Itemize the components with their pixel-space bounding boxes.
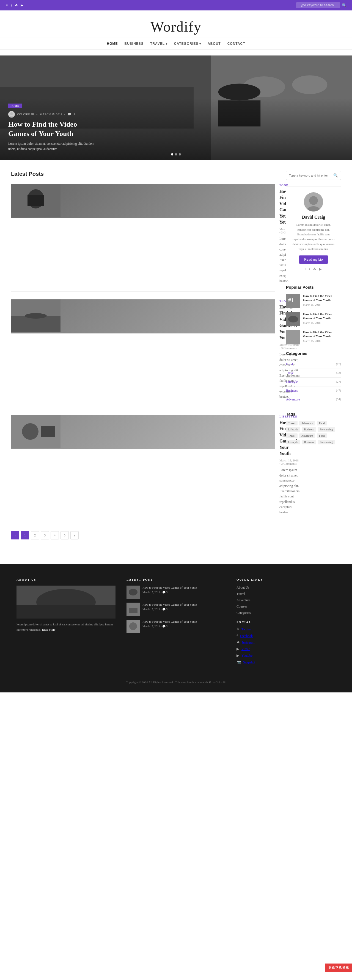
footer-social-twitter: 𝕏 Twitter <box>237 627 336 632</box>
tag-lifestyle[interactable]: Lifestyle <box>286 427 300 432</box>
category-business-link[interactable]: Business <box>286 389 298 393</box>
author-name: David Craig <box>292 215 335 220</box>
category-food-link[interactable]: Food <box>286 362 293 366</box>
pagination-page-2[interactable]: 2 <box>31 531 39 539</box>
tag-lifestyle-2[interactable]: Lifestyle <box>286 440 300 444</box>
footer-about-image <box>16 585 115 619</box>
popular-post-thumb-0[interactable]: #1 <box>286 294 300 308</box>
footer-twitter-link[interactable]: Twitter <box>242 627 251 632</box>
svg-text:#1: #1 <box>288 297 294 303</box>
svg-rect-17 <box>41 426 55 437</box>
footer-read-more-link[interactable]: Read More <box>42 628 56 631</box>
twitter-link[interactable]: 𝕏 <box>5 3 8 7</box>
tag-adventure-2[interactable]: Adventure <box>299 433 315 438</box>
svg-point-16 <box>22 423 38 440</box>
footer-post-0: How to Find the Video Games of Your Yout… <box>126 585 226 599</box>
post-card-image-1[interactable] <box>11 299 275 333</box>
popular-post-date-2: March 15, 2018 <box>303 339 341 342</box>
footer-latest-title: LATEST POST <box>126 578 226 581</box>
tag-freelancing[interactable]: Freelancing <box>318 427 335 432</box>
author-bio: Lorem ipsum dolor sit amet, consectetur … <box>292 223 335 251</box>
popular-post-date-1: March 15, 2018 <box>303 321 341 325</box>
popular-post-title-0[interactable]: How to Find the Video Games of Your Yout… <box>303 294 341 302</box>
footer-link-about[interactable]: About Us <box>237 585 336 590</box>
nav-home[interactable]: HOME <box>107 42 118 46</box>
footer-snapshot-link[interactable]: Snapshot <box>243 660 255 664</box>
footer-instagram-link[interactable]: Instagram <box>242 641 255 644</box>
sidebar-search-input[interactable] <box>286 172 331 179</box>
category-adventure-link[interactable]: Adventure <box>286 398 300 402</box>
pagination-page-1[interactable]: 1 <box>21 531 29 539</box>
category-travel-link[interactable]: Travel <box>286 371 294 375</box>
hero-category: FOOD <box>8 103 22 108</box>
nav-business[interactable]: BUSINESS <box>125 42 144 46</box>
tag-travel[interactable]: Travel <box>286 421 298 425</box>
nav-categories[interactable]: CATEGORIES <box>174 42 201 46</box>
pagination-page-5[interactable]: 5 <box>61 531 69 539</box>
top-search-input[interactable] <box>296 2 340 8</box>
instagram-link[interactable]: ☘ <box>15 3 18 7</box>
footer-link-adventure[interactable]: Adventure <box>237 598 336 602</box>
tag-food[interactable]: Food <box>317 421 327 425</box>
tag-freelancing-2[interactable]: Freelancing <box>318 440 335 444</box>
footer-post-title-2[interactable]: How to Find the Video Games of Your Yout… <box>142 620 226 624</box>
post-card-image-0[interactable] <box>11 184 275 218</box>
nav-travel[interactable]: TRAVEL <box>150 42 168 46</box>
popular-post-title-1[interactable]: How to Find the Video Games of Your Yout… <box>303 312 341 321</box>
pagination-page-4[interactable]: 4 <box>51 531 59 539</box>
pagination-prev[interactable]: ‹ <box>11 531 19 539</box>
tag-food-2[interactable]: Food <box>317 433 327 438</box>
category-lifestyle: Lifestyle (27) <box>286 378 341 387</box>
footer: ABOUT US lorem ipsum dolor sit amet sa k… <box>0 564 352 692</box>
tag-adventure[interactable]: Adventure <box>299 421 315 425</box>
twitter-icon: 𝕏 <box>237 627 239 632</box>
footer-link-travel[interactable]: Travel <box>237 592 336 596</box>
popular-post-thumb-2[interactable] <box>286 330 300 344</box>
popular-post-title-2[interactable]: How to Find the Video Games of Your Yout… <box>303 330 341 339</box>
pagination-next[interactable]: › <box>70 531 78 539</box>
instagram-icon: ☘ <box>237 640 240 644</box>
popular-post-info-0: How to Find the Video Games of Your Yout… <box>303 294 341 307</box>
footer-post-thumb-1[interactable] <box>126 603 140 616</box>
footer-post-thumb-2[interactable] <box>126 620 140 633</box>
sidebar-search: 🔍 <box>286 171 341 180</box>
author-instagram-icon[interactable]: ☘ <box>313 267 316 271</box>
footer-link-categories[interactable]: Categories <box>237 611 336 615</box>
svg-point-30 <box>129 589 138 595</box>
top-bar-search-area: 🔍 <box>296 2 347 8</box>
author-facebook-icon[interactable]: f <box>305 267 306 271</box>
popular-post-info-2: How to Find the Video Games of Your Yout… <box>303 330 341 343</box>
category-lifestyle-link[interactable]: Lifestyle <box>286 380 298 384</box>
top-search-button[interactable]: 🔍 <box>342 3 347 7</box>
footer-post-title-0[interactable]: How to Find the Video Games of Your Yout… <box>142 585 226 590</box>
footer-post-title-1[interactable]: How to Find the Video Games of Your Yout… <box>142 603 226 607</box>
nav-contact[interactable]: CONTACT <box>227 42 245 46</box>
nav-about[interactable]: ABOUT <box>208 42 221 46</box>
pagination-page-3[interactable]: 3 <box>41 531 49 539</box>
footer-post-thumb-0[interactable] <box>126 585 140 599</box>
footer-youtube-link[interactable]: Youtube <box>242 654 253 658</box>
author-twitter-icon[interactable]: t <box>309 267 310 271</box>
hero-author-avatar <box>8 111 15 118</box>
tag-business-2[interactable]: Business <box>302 440 316 444</box>
tag-business[interactable]: Business <box>302 427 316 432</box>
youtube-link[interactable]: ▶ <box>21 3 23 7</box>
sidebar-search-button[interactable]: 🔍 <box>331 171 341 180</box>
footer-social-youtube: ▶ Youtube <box>237 654 336 658</box>
tag-travel-2[interactable]: Travel <box>286 433 298 438</box>
footer-vimeo-link[interactable]: Vimeo <box>242 647 250 651</box>
footer-facebook-link[interactable]: Facebook <box>240 634 253 638</box>
hero-date: MARCH 15, 2018 <box>40 113 62 116</box>
hero-dot-3[interactable] <box>179 153 181 156</box>
popular-post-thumb-1[interactable] <box>286 312 300 326</box>
hero-dot-2[interactable] <box>175 153 177 156</box>
author-youtube-icon[interactable]: ▶ <box>319 267 322 271</box>
read-bio-button[interactable]: Read my bio <box>299 255 328 264</box>
facebook-link[interactable]: 𝔣 <box>11 3 12 7</box>
popular-posts-widget: Popular Posts #1 How to Find the Video G… <box>286 285 341 344</box>
post-card-image-2[interactable] <box>11 415 275 449</box>
footer-link-courses[interactable]: Courses <box>237 605 336 609</box>
footer-social-title: SOCIAL <box>237 620 336 624</box>
hero-comments-separator: • <box>64 113 66 116</box>
hero-dot-1[interactable] <box>171 153 173 156</box>
